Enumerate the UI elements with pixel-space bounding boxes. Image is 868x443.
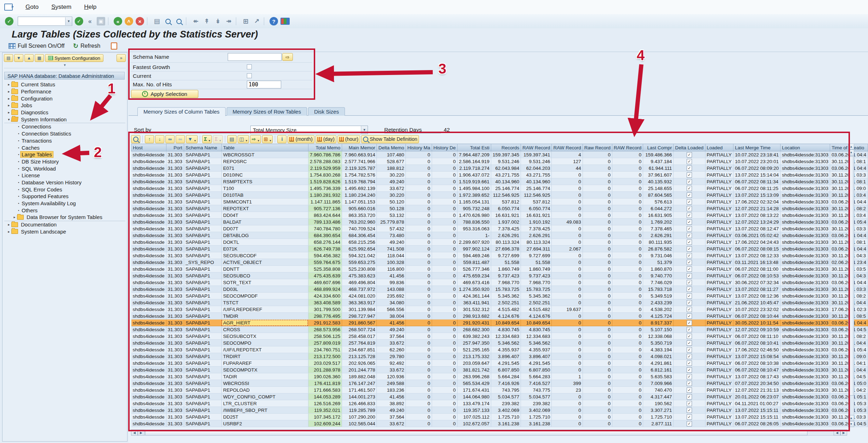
first-page-icon[interactable]: ↞ — [192, 17, 200, 25]
column-header-history-de[interactable]: History De — [432, 144, 457, 151]
vscroll-thumb[interactable] — [849, 156, 854, 396]
sap-menu-icon[interactable] — [4, 4, 13, 11]
pencil-icon[interactable]: » — [117, 54, 126, 62]
tab-memory-sizes-of-row-tables[interactable]: Memory Sizes of Row Tables — [227, 107, 307, 116]
table-row[interactable]: shdbs4idessde31.303SAPABAP1FUPARAREF203.… — [131, 360, 868, 367]
column-header-raw-record[interactable]: Raw Record — [583, 144, 612, 151]
delta-loaded-checkbox[interactable]: ✓ — [687, 340, 692, 346]
sidebar-item-sql-error-codes[interactable]: ·SQL Error Codes — [4, 186, 125, 193]
delta-loaded-checkbox[interactable]: ✓ — [687, 300, 692, 305]
last-page-icon[interactable]: ↠ — [225, 17, 233, 25]
column-header-history-ma[interactable]: History Ma — [406, 144, 432, 151]
sidebar-item-others[interactable]: ·Others — [4, 207, 125, 214]
chevron-right-icon[interactable]: ▸ — [6, 97, 11, 100]
scroll-up-icon[interactable]: ▲ — [848, 144, 854, 150]
delta-loaded-checkbox[interactable]: ✓ — [687, 273, 692, 278]
table-row[interactable]: shdbs4idessde31.303_SYS_REPOACTIVE_OBJEC… — [131, 259, 868, 266]
column-header-table[interactable]: Table — [221, 144, 308, 151]
delta-loaded-checkbox[interactable]: ✓ — [687, 253, 692, 258]
table-row[interactable]: shdbs4idessde31.303SAPABAP1LTR_CLUSTER12… — [131, 400, 868, 407]
table-row[interactable]: shdbs4idessde31.303SAPABAP1SEOCOMPODF424… — [131, 293, 868, 299]
delta-loaded-checkbox[interactable]: ✓ — [687, 307, 692, 312]
table-row[interactable]: shdbs4idessde31.303SAPABAP1D010INC1.754.… — [131, 172, 868, 178]
scroll-left-end-icon[interactable]: ◀ — [834, 430, 840, 436]
table-row[interactable]: shdbs4idessde31.303SAPABAP1DBTABLOG684.3… — [131, 232, 868, 239]
export-button[interactable]: ⇨▾ — [250, 135, 261, 143]
sort-ascending-button[interactable]: ↑ — [145, 135, 154, 143]
tab-memory-sizes-of-column-tables[interactable]: Memory Sizes of Column Tables — [137, 107, 226, 116]
filter-button[interactable]: ▼▾ — [186, 135, 198, 143]
delta-loaded-checkbox[interactable]: ✓ — [687, 408, 692, 413]
delta-loaded-checkbox[interactable]: ✓ — [687, 219, 692, 225]
table-row[interactable]: shdbs4idessde31.303SAPABAP1SEOCOMPOTX201… — [131, 367, 868, 373]
table-row[interactable]: shdbs4idessde31.303SAPABAP1/UIF/LREPDERE… — [131, 306, 868, 313]
table-row[interactable]: shdbs4idessde31.303SAPABAP1DD07T740.784.… — [131, 225, 868, 232]
delta-loaded-checkbox[interactable]: ✓ — [687, 186, 692, 191]
sidebar-item-diagnostics[interactable]: ▸Diagnostics — [4, 109, 125, 116]
column-header-raw-record[interactable]: RAW Record — [612, 144, 643, 151]
sidebar-item-documentation[interactable]: ▸Documentation — [4, 221, 125, 228]
delta-loaded-checkbox[interactable]: ✓ — [687, 293, 692, 299]
graph-day-button[interactable]: (day) — [316, 135, 336, 143]
table-row[interactable]: shdbs4idessde31.303SAPABAP1/IWBEP/I_SBO_… — [131, 407, 868, 414]
system-configuration-button[interactable]: System Configuration — [45, 54, 103, 62]
command-input[interactable] — [18, 17, 65, 25]
delta-loaded-checkbox[interactable]: ✓ — [687, 172, 692, 178]
column-header-host[interactable]: Host — [131, 144, 166, 151]
delta-loaded-checkbox[interactable]: ✓ — [687, 367, 692, 373]
delta-loaded-checkbox[interactable]: ✓ — [687, 334, 692, 339]
max-hits-input[interactable] — [247, 81, 281, 88]
column-header-delta-memo[interactable]: Delta Memo — [377, 144, 406, 151]
table-row[interactable]: shdbs4idessde31.303SAPABAP1BALDAT789.133… — [131, 219, 868, 225]
delta-loaded-checkbox[interactable]: ✓ — [687, 354, 692, 359]
back-icon[interactable]: « — [114, 17, 122, 25]
delta-loaded-checkbox[interactable]: ✓ — [687, 320, 692, 326]
table-row[interactable]: shdbs4idessde31.303SAPABAP1WBCROSSI176.4… — [131, 380, 868, 387]
column-header-loaded[interactable]: Loaded — [705, 144, 733, 151]
find-next-button[interactable]: ∞ — [176, 135, 185, 143]
delta-loaded-checkbox[interactable]: ✓ — [687, 421, 692, 426]
tab-disk-sizes[interactable]: Disk Sizes — [308, 107, 345, 116]
delta-loaded-checkbox[interactable]: ✓ — [687, 199, 692, 205]
delta-loaded-checkbox[interactable]: ✓ — [687, 226, 692, 231]
chevron-right-icon[interactable]: ▸ — [6, 230, 11, 234]
fastest-growth-checkbox[interactable] — [247, 64, 252, 69]
menu-system[interactable]: System — [51, 4, 72, 11]
delta-loaded-checkbox[interactable]: ✓ — [687, 414, 692, 420]
create-shortcut-icon[interactable]: ↗ — [253, 17, 261, 25]
scroll-down-bottom-icon[interactable]: ▼ — [848, 421, 854, 427]
current-checkbox[interactable] — [247, 73, 252, 78]
column-header-total-memo[interactable]: Total Memo — [308, 144, 342, 151]
column-header-delta-loaded[interactable]: Delta Loaded — [674, 144, 705, 151]
sidebar-item-system-information[interactable]: ▾System Information — [4, 116, 125, 123]
delta-loaded-checkbox[interactable]: ✓ — [687, 166, 692, 171]
table-row[interactable]: shdbs4idessde31.303SAPABAP1CROSS268.573.… — [131, 326, 868, 333]
vertical-scrollbar[interactable]: ▲ ▼ ▲ ▼ — [848, 144, 854, 427]
sidebar-item-large-tables[interactable]: ·Large Tables — [4, 151, 125, 158]
print-button[interactable]: ▤ — [227, 135, 237, 143]
column-header-schema-name[interactable]: Schema Name — [184, 144, 221, 151]
sidebar-item-system-availability-log[interactable]: ·System Availability Log — [4, 200, 125, 207]
graph-hour-button[interactable]: (hour) — [337, 135, 360, 143]
delta-loaded-checkbox[interactable]: ✓ — [687, 313, 692, 319]
exit-icon[interactable]: ˄ — [125, 17, 133, 25]
delta-loaded-checkbox[interactable]: ✓ — [687, 280, 692, 285]
enter-icon[interactable]: ✓ — [75, 17, 83, 25]
command-dropdown-icon[interactable]: ▼ — [65, 17, 72, 25]
table-row[interactable]: shdbs4idessde31.303SAPABAP1TADIR190.026.… — [131, 373, 868, 380]
save-icon[interactable]: ▣ — [97, 17, 105, 25]
table-row[interactable]: shdbs4idessde31.303SAPABAP1RSMPTEXTS1.51… — [131, 178, 868, 185]
sidebar-item-system-landscape[interactable]: ▸System Landscape — [4, 228, 125, 235]
delta-loaded-checkbox[interactable]: ✓ — [687, 159, 692, 164]
grid-icon[interactable]: ▦ — [35, 54, 44, 62]
column-header-total-esti[interactable]: Total Esti — [457, 144, 491, 151]
find-button[interactable]: ∞ — [165, 135, 175, 143]
sidebar-item-transactions[interactable]: ·Transactions — [4, 137, 125, 144]
table-row[interactable]: shdbs4idessde31.303SAPABAP1E071K626.749.… — [131, 246, 868, 252]
subtotal-button[interactable]: Σ▾ — [213, 135, 222, 143]
refresh-button[interactable]: ↻ Refresh — [73, 42, 100, 50]
delta-loaded-checkbox[interactable]: ✓ — [687, 213, 692, 218]
table-row[interactable]: shdbs4idessde31.303SAPABAP1SEOCOMPO257.8… — [131, 340, 868, 346]
previous-page-icon[interactable]: ↟ — [203, 17, 211, 25]
horizontal-scrollbar[interactable]: ◀ ▶ ◀ ▶ — [131, 430, 847, 436]
